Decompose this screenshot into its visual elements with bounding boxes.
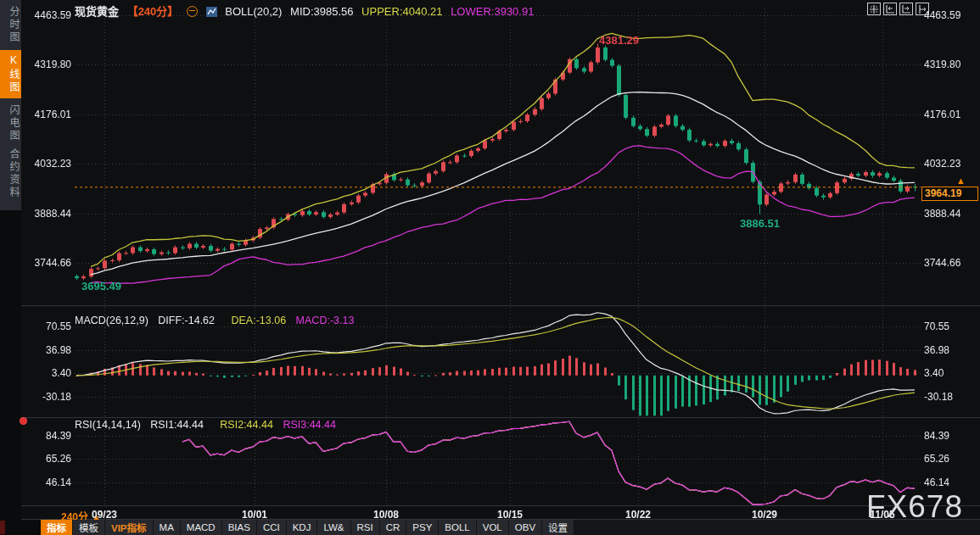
toolbar-item-LW&[interactable]: LW&	[317, 520, 350, 535]
macd-dea-value: DEA:-13.06	[232, 315, 287, 326]
rsi2-value: RSI2:44.44	[220, 419, 273, 431]
toolbar-item-BIAS[interactable]: BIAS	[222, 520, 256, 535]
overlay-icon[interactable]	[187, 6, 198, 17]
sidebar-item-2[interactable]: 闪电图	[0, 104, 21, 142]
x-axis-label-5: 10/29	[739, 509, 790, 521]
sidebar-item-1[interactable]: K线图	[0, 50, 21, 98]
sidebar-item-3[interactable]: 合约资料	[0, 148, 21, 199]
toolbar-item-指标[interactable]: 指标	[41, 520, 72, 535]
sidebar: 分时图K线图闪电图合约资料	[0, 0, 21, 210]
rsi-y-label-left-2: 46.14	[24, 476, 71, 488]
chart-header: 现货黄金 【240分】 BOLL(20,2) MID:3985.56 UPPER…	[75, 3, 539, 19]
boll-lower-value: LOWER:3930.91	[451, 5, 534, 18]
macd-y-label-left-3: -30.18	[24, 391, 71, 403]
macd-diff-value: DIFF:-14.62	[158, 315, 215, 326]
macd-y-label-left-1: 36.98	[24, 344, 71, 356]
macd-y-label-right-3: -30.18	[924, 391, 953, 403]
compress-right-icon[interactable]	[899, 3, 913, 15]
main-y-label-left-3: 4032.23	[24, 158, 71, 170]
rsi-title: RSI(14,14,14)	[75, 419, 141, 431]
x-axis-label-4: 10/22	[613, 509, 664, 521]
pan-tool-icon[interactable]	[867, 3, 881, 15]
main-y-label-right-5: 3744.66	[924, 257, 960, 269]
rsi-y-label-right-1: 65.26	[924, 453, 949, 465]
macd-macd-value: MACD:-3.13	[296, 315, 355, 326]
toolbar-item-MA[interactable]: MA	[154, 520, 180, 535]
main-y-label-right-3: 4032.23	[924, 158, 960, 170]
rsi3-value: RSI3:44.44	[283, 419, 336, 431]
toolbar-item-设置[interactable]: 设置	[542, 520, 574, 535]
main-y-label-left-0: 4463.59	[24, 9, 71, 21]
boll-mid-value: MID:3985.56	[290, 5, 353, 18]
chart-style-icon[interactable]	[206, 7, 217, 17]
toolbar-spacer	[0, 520, 41, 535]
boll-upper-value: UPPER:4040.21	[361, 5, 442, 18]
main-y-label-right-2: 4176.01	[924, 109, 960, 120]
rsi1-value: RSI1:44.44	[150, 419, 204, 431]
watermark: FX678	[866, 489, 963, 525]
compress-left-icon[interactable]	[883, 3, 897, 15]
macd-y-label-right-2: 3.40	[924, 367, 944, 379]
toolbar-item-CCI[interactable]: CCI	[257, 520, 286, 535]
macd-y-label-left-2: 3.40	[24, 367, 71, 379]
toolbar-item-PSY[interactable]: PSY	[406, 520, 438, 535]
indicator-toolbar: 指标模板VIP指标MAMACDBIASCCIKDJLW&RSICRPSYBOLL…	[0, 520, 980, 535]
chart-tools	[867, 3, 929, 15]
rsi-panel-header: RSI(14,14,14) RSI1:44.44 RSI2:44.44 RSI3…	[75, 419, 343, 431]
chart-canvas[interactable]	[0, 0, 980, 535]
boll-title: BOLL(20,2)	[225, 5, 282, 18]
toolbar-item-OBV[interactable]: OBV	[509, 520, 541, 535]
macd-panel-header: MACD(26,12,9) DIFF:-14.62 DEA:-13.06 MAC…	[75, 315, 361, 326]
bottom-left-marker	[0, 521, 5, 534]
sidebar-item-0[interactable]: 分时图	[0, 6, 21, 44]
peak-price-label: 4381.29	[599, 34, 639, 47]
toolbar-item-模板[interactable]: 模板	[73, 520, 104, 535]
main-y-label-right-0: 4463.59	[924, 9, 960, 21]
toolbar-item-KDJ[interactable]: KDJ	[287, 520, 317, 535]
toolbar-item-VOL[interactable]: VOL	[477, 520, 508, 535]
toolbar-item-RSI[interactable]: RSI	[351, 520, 379, 535]
period-badge[interactable]: 【240分】	[127, 5, 179, 18]
macd-y-label-left-0: 70.55	[24, 320, 71, 332]
macd-title: MACD(26,12,9)	[75, 315, 148, 326]
rsi-y-label-left-0: 84.39	[24, 430, 71, 442]
rsi-y-label-right-2: 46.14	[924, 476, 949, 488]
macd-y-label-right-1: 36.98	[924, 344, 949, 356]
toolbar-item-CR[interactable]: CR	[380, 520, 406, 535]
trough-price-label: 3886.51	[740, 217, 780, 230]
rsi-y-label-left-1: 65.26	[24, 453, 71, 465]
macd-y-label-right-0: 70.55	[924, 320, 949, 332]
indicator-settings-icon[interactable]	[20, 417, 27, 425]
rsi-y-label-right-0: 84.39	[924, 430, 949, 442]
x-axis-label-3: 10/15	[484, 509, 535, 521]
toolbar-item-MACD[interactable]: MACD	[181, 520, 221, 535]
main-y-label-left-5: 3744.66	[24, 257, 71, 269]
x-axis-label-2: 10/08	[361, 509, 412, 521]
main-y-label-left-2: 4176.01	[24, 109, 71, 120]
symbol-name: 现货黄金	[75, 5, 119, 18]
main-y-label-left-1: 4319.80	[24, 59, 71, 70]
main-y-label-left-4: 3888.44	[24, 208, 71, 220]
start-price-label: 3695.49	[81, 280, 121, 293]
toolbar-item-BOLL[interactable]: BOLL	[439, 520, 475, 535]
toolbar-item-VIP指标[interactable]: VIP指标	[105, 520, 153, 535]
main-y-label-right-1: 4319.80	[924, 59, 960, 70]
chart-window: 分时图K线图闪电图合约资料 现货黄金 【240分】 BOLL(20,2) MID…	[0, 0, 980, 535]
last-price-tag: 3964.19	[921, 187, 978, 201]
last-price-arrow-icon: ▲	[956, 176, 966, 186]
main-y-label-right-4: 3888.44	[924, 208, 960, 220]
x-axis-label-0: 09/23	[79, 509, 130, 521]
x-axis-label-1: 10/01	[229, 509, 280, 521]
